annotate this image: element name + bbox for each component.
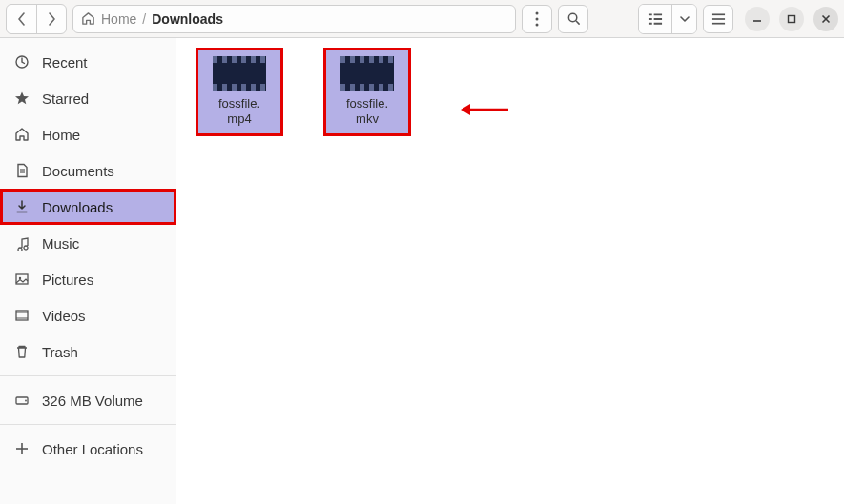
view-switcher	[638, 4, 697, 34]
chevron-right-icon	[47, 12, 56, 26]
chevron-left-icon	[17, 12, 27, 26]
hamburger-icon	[711, 13, 726, 25]
toolbar: Home / Downloads	[0, 0, 844, 38]
sidebar-item-pictures[interactable]: Pictures	[0, 261, 176, 297]
file-item[interactable]: fossfile. mp4	[196, 48, 283, 136]
view-dropdown-button[interactable]	[671, 5, 696, 33]
search-button[interactable]	[558, 5, 588, 33]
close-icon	[821, 14, 831, 24]
home-icon	[81, 11, 95, 26]
sidebar-item-home[interactable]: Home	[0, 116, 176, 152]
trash-icon	[13, 344, 31, 359]
grid-icon	[648, 12, 663, 26]
sidebar-item-label: Documents	[42, 163, 114, 179]
clock-icon	[13, 54, 31, 70]
sidebar-item-starred[interactable]: Starred	[0, 80, 176, 116]
sidebar-item-documents[interactable]: Documents	[0, 152, 176, 189]
sidebar: Recent Starred Home Documents Downloads …	[0, 38, 176, 504]
svg-point-1	[536, 17, 539, 20]
file-grid: fossfile. mp4 fossfile. mkv	[186, 46, 834, 138]
sidebar-item-music[interactable]: Music	[0, 225, 176, 261]
svg-point-0	[536, 11, 539, 14]
path-current[interactable]: Downloads	[152, 11, 223, 27]
maximize-icon	[787, 14, 796, 24]
home-icon	[13, 127, 31, 142]
drive-icon	[13, 393, 31, 408]
document-icon	[13, 163, 31, 178]
more-options-button[interactable]	[522, 5, 552, 33]
search-icon	[566, 11, 581, 26]
music-icon	[13, 235, 31, 251]
sidebar-item-label: Downloads	[42, 199, 113, 215]
sidebar-item-downloads[interactable]: Downloads	[0, 189, 176, 225]
plus-icon	[13, 442, 31, 455]
kebab-menu-icon	[535, 11, 539, 27]
sidebar-item-label: Music	[42, 235, 79, 252]
minimize-icon	[752, 14, 762, 24]
file-item[interactable]: fossfile. mkv	[323, 48, 411, 136]
content-area[interactable]: fossfile. mp4 fossfile. mkv	[176, 38, 844, 504]
video-file-icon	[340, 56, 394, 91]
minimize-button[interactable]	[745, 7, 770, 31]
video-file-icon	[213, 56, 266, 91]
forward-button[interactable]	[36, 5, 66, 33]
svg-point-28	[25, 400, 27, 402]
svg-point-3	[568, 13, 576, 21]
sidebar-item-recent[interactable]: Recent	[0, 44, 176, 80]
nav-buttons	[6, 4, 67, 34]
video-icon	[13, 308, 31, 323]
back-button[interactable]	[7, 5, 36, 33]
sidebar-item-videos[interactable]: Videos	[0, 297, 176, 333]
sidebar-item-label: Pictures	[42, 272, 93, 288]
path-separator: /	[142, 11, 146, 27]
svg-rect-15	[789, 15, 795, 22]
picture-icon	[13, 272, 31, 287]
sidebar-item-label: Videos	[42, 308, 86, 324]
maximize-button[interactable]	[779, 7, 804, 31]
chevron-down-icon	[680, 16, 690, 22]
sidebar-item-label: Other Locations	[42, 441, 143, 457]
file-name: fossfile. mp4	[218, 96, 260, 128]
sidebar-item-label: Starred	[42, 91, 89, 107]
sidebar-item-label: Home	[42, 127, 80, 143]
path-home[interactable]: Home	[101, 11, 136, 27]
svg-line-4	[576, 21, 579, 24]
sidebar-divider	[0, 424, 176, 425]
sidebar-item-other-locations[interactable]: Other Locations	[0, 431, 176, 467]
star-icon	[13, 91, 31, 106]
hamburger-menu-button[interactable]	[703, 5, 733, 33]
svg-point-2	[536, 23, 539, 26]
path-bar[interactable]: Home / Downloads	[72, 5, 516, 33]
sidebar-item-trash[interactable]: Trash	[0, 333, 176, 370]
file-name: fossfile. mkv	[346, 96, 388, 128]
download-icon	[13, 199, 31, 214]
sidebar-item-volume[interactable]: 326 MB Volume	[0, 382, 176, 418]
window-controls	[745, 7, 838, 31]
sidebar-divider	[0, 375, 176, 376]
sidebar-item-label: Recent	[42, 54, 88, 71]
close-button[interactable]	[813, 7, 838, 31]
icon-view-button[interactable]	[639, 5, 671, 33]
sidebar-item-label: Trash	[42, 344, 78, 360]
sidebar-item-label: 326 MB Volume	[42, 393, 143, 409]
